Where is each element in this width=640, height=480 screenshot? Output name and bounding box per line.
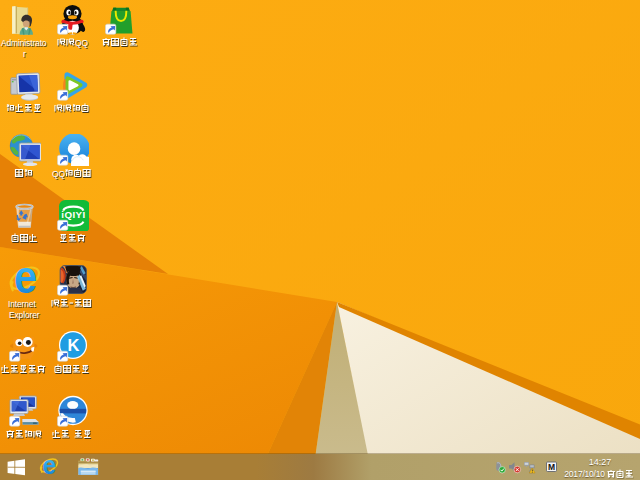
svg-text:iQIYI: iQIYI (61, 209, 85, 220)
svg-text:Explorer: Explorer (9, 310, 40, 320)
svg-text:e: e (14, 264, 37, 296)
svg-text:r: r (23, 49, 26, 59)
svg-text:M: M (548, 462, 555, 472)
svg-text:QQ: QQ (52, 169, 65, 179)
svg-text:e: e (42, 454, 56, 479)
svg-text:K: K (68, 336, 80, 354)
